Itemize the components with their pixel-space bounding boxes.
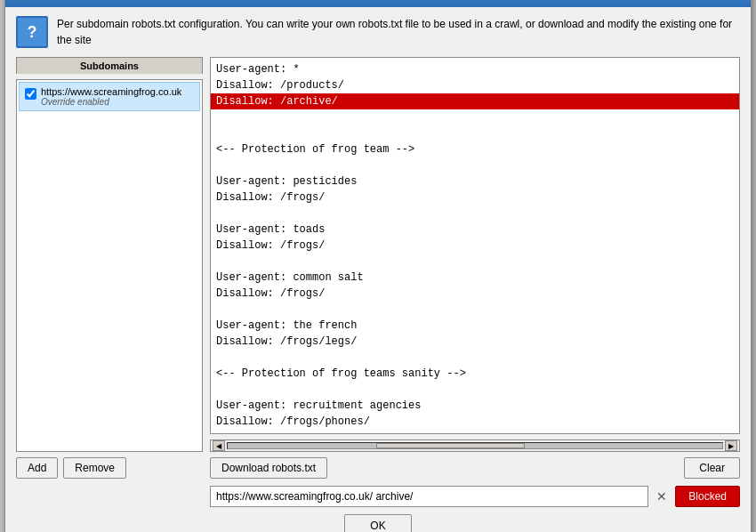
remove-button[interactable]: Remove: [63, 457, 126, 479]
subdomain-item[interactable]: https://www.screamingfrog.co.uk Override…: [19, 82, 200, 111]
robots-content[interactable]: User-agent: * Disallow: /products/ Disal…: [211, 58, 739, 433]
close-button[interactable]: ✕: [724, 0, 744, 2]
scroll-track[interactable]: [227, 442, 723, 449]
dialog-icon: [12, 0, 27, 1]
ok-row: OK: [16, 514, 740, 532]
ok-button[interactable]: OK: [344, 514, 411, 532]
dialog-window: Custom Robots Configuration ✕ ? Per subd…: [4, 0, 752, 532]
title-bar-left: Custom Robots Configuration: [12, 0, 172, 1]
subdomain-item-text: https://www.screamingfrog.co.uk Override…: [41, 86, 181, 107]
robots-action-row: Download robots.txt Clear: [210, 457, 740, 479]
clear-button[interactable]: Clear: [684, 457, 740, 479]
subdomains-label: Subdomains: [16, 57, 203, 74]
scroll-thumb[interactable]: [376, 443, 525, 448]
scroll-right-button[interactable]: ▶: [725, 440, 737, 451]
scroll-left-button[interactable]: ◀: [213, 440, 225, 451]
add-button[interactable]: Add: [16, 457, 58, 479]
main-content: Subdomains https://www.screamingfrog.co.…: [16, 57, 740, 479]
url-input[interactable]: [210, 486, 648, 507]
info-text: Per subdomain robots.txt configuration. …: [57, 16, 740, 48]
subdomains-list[interactable]: https://www.screamingfrog.co.uk Override…: [16, 79, 203, 452]
dialog-body: ? Per subdomain robots.txt configuration…: [5, 7, 751, 532]
subdomains-panel: Subdomains https://www.screamingfrog.co.…: [16, 57, 203, 479]
robots-panel: User-agent: * Disallow: /products/ Disal…: [210, 57, 740, 479]
url-row: ✕ Blocked: [210, 486, 740, 507]
subdomain-override: Override enabled: [41, 97, 181, 107]
info-row: ? Per subdomain robots.txt configuration…: [16, 16, 740, 48]
subdomains-buttons: Add Remove: [16, 457, 203, 479]
highlighted-line: Disallow: /archive/: [211, 93, 739, 109]
blocked-button[interactable]: Blocked: [675, 486, 740, 507]
url-clear-button[interactable]: ✕: [654, 488, 670, 504]
title-bar: Custom Robots Configuration ✕: [5, 0, 751, 7]
horizontal-scrollbar[interactable]: ◀ ▶: [210, 439, 740, 452]
subdomain-url: https://www.screamingfrog.co.uk: [41, 86, 181, 97]
download-button[interactable]: Download robots.txt: [210, 457, 327, 479]
robots-textarea-wrapper[interactable]: User-agent: * Disallow: /products/ Disal…: [210, 57, 740, 434]
subdomain-checkbox[interactable]: [25, 88, 36, 100]
help-icon: ?: [16, 16, 48, 48]
